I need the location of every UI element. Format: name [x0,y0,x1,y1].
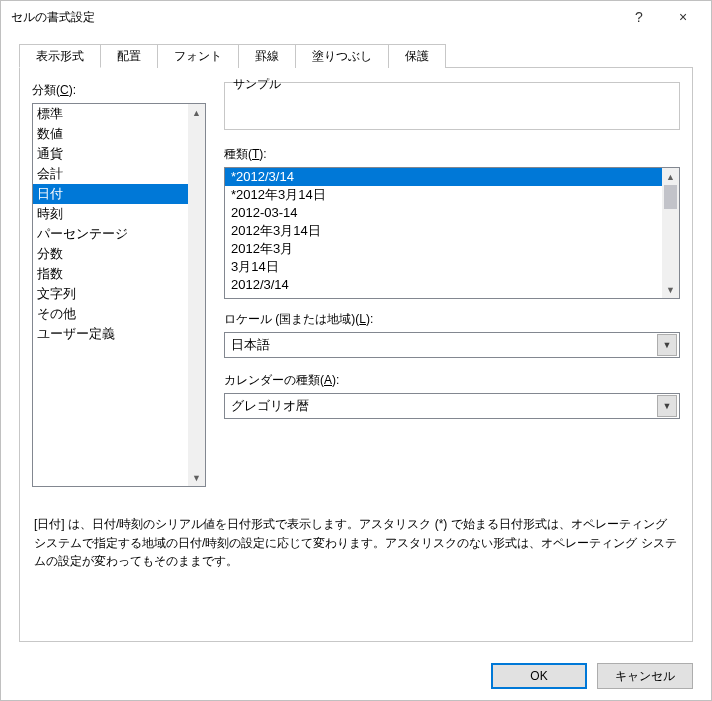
scrollbar[interactable]: ▲ ▼ [662,168,679,298]
list-item[interactable]: 2012-03-14 [225,204,662,222]
item-text: ユーザー定義 [37,326,115,341]
help-button[interactable]: ? [617,3,661,31]
list-item[interactable]: 時刻 [33,204,188,224]
list-item[interactable]: 2012/3/14 [225,276,662,294]
label-text: 分類( [32,83,60,97]
details-column: サンプル 種類(T): *2012/3/14 *2012年3月14日 2012-… [224,82,680,487]
item-text: *2012/3/14 [231,169,294,184]
item-text: 通貨 [37,146,63,161]
list-item[interactable]: *2012年3月14日 [225,186,662,204]
dialog-body: 表示形式 配置 フォント 罫線 塗りつぶし 保護 分類(C): 標準 数値 通貨 [1,33,711,652]
chevron-down-icon[interactable]: ▼ [657,334,677,356]
item-text: 時刻 [37,206,63,221]
tab-panel: 分類(C): 標準 数値 通貨 会計 日付 時刻 パーセンテージ 分数 指数 [19,67,693,642]
tab-protect[interactable]: 保護 [388,44,446,68]
item-text: 会計 [37,166,63,181]
type-label: 種類(T): [224,146,680,163]
list-item[interactable]: 通貨 [33,144,188,164]
label-text: ): [366,312,373,326]
tab-fill[interactable]: 塗りつぶし [295,44,389,68]
dialog-footer: OK キャンセル [1,652,711,700]
tab-label: 表示形式 [36,48,84,65]
calendar-select[interactable]: グレゴリオ暦 ▼ [224,393,680,419]
item-text: 標準 [37,106,63,121]
accel-key: A [324,373,332,387]
tab-strip: 表示形式 配置 フォント 罫線 塗りつぶし 保護 [19,44,693,68]
scroll-down-icon[interactable]: ▼ [662,281,679,298]
item-text: 数値 [37,126,63,141]
item-text: 2012-03-14 [231,205,298,220]
sample-box: サンプル [224,82,680,130]
type-items: *2012/3/14 *2012年3月14日 2012-03-14 2012年3… [225,168,662,298]
close-button[interactable]: × [661,3,705,31]
category-column: 分類(C): 標準 数値 通貨 会計 日付 時刻 パーセンテージ 分数 指数 [32,82,206,487]
item-text: 分数 [37,246,63,261]
locale-label: ロケール (国または地域)(L): [224,311,680,328]
item-text: 2012/3/14 [231,277,289,292]
label-text: ): [69,83,76,97]
close-icon: × [679,9,687,25]
type-listbox[interactable]: *2012/3/14 *2012年3月14日 2012-03-14 2012年3… [224,167,680,299]
list-item[interactable]: 会計 [33,164,188,184]
item-text: 2012年3月 [231,241,293,256]
label-text: カレンダーの種類( [224,373,324,387]
titlebar: セルの書式設定 ? × [1,1,711,33]
item-text: パーセンテージ [37,226,128,241]
category-items: 標準 数値 通貨 会計 日付 時刻 パーセンテージ 分数 指数 文字列 その他 … [33,104,188,486]
tab-label: 罫線 [255,48,279,65]
category-listbox[interactable]: 標準 数値 通貨 会計 日付 時刻 パーセンテージ 分数 指数 文字列 その他 … [32,103,206,487]
list-item[interactable]: 2012年3月14日 [225,222,662,240]
scroll-down-icon[interactable]: ▼ [188,469,205,486]
help-icon: ? [635,9,643,25]
list-item[interactable]: *2012/3/14 [225,168,662,186]
chevron-down-icon[interactable]: ▼ [657,395,677,417]
category-label: 分類(C): [32,82,206,99]
list-item[interactable]: 数値 [33,124,188,144]
main-row: 分類(C): 標準 数値 通貨 会計 日付 時刻 パーセンテージ 分数 指数 [32,82,680,487]
tab-border[interactable]: 罫線 [238,44,296,68]
list-item[interactable]: ユーザー定義 [33,324,188,344]
window-title: セルの書式設定 [11,9,617,26]
button-label: OK [530,669,547,683]
list-item[interactable]: 標準 [33,104,188,124]
label-text: ): [332,373,339,387]
cancel-button[interactable]: キャンセル [597,663,693,689]
tab-label: 塗りつぶし [312,48,372,65]
scroll-up-icon[interactable]: ▲ [188,104,205,121]
item-text: 2012年3月14日 [231,223,321,238]
item-text: 日付 [37,186,63,201]
list-item[interactable]: 分数 [33,244,188,264]
list-item[interactable]: 指数 [33,264,188,284]
list-item[interactable]: 2012年3月 [225,240,662,258]
item-text: 指数 [37,266,63,281]
sample-label: サンプル [233,76,671,93]
item-text: その他 [37,306,76,321]
tab-align[interactable]: 配置 [100,44,158,68]
tab-label: 配置 [117,48,141,65]
item-text: 3月14日 [231,259,279,274]
scroll-up-icon[interactable]: ▲ [662,168,679,185]
select-value: 日本語 [231,336,657,354]
tab-label: フォント [174,48,222,65]
item-text: *2012年3月14日 [231,187,326,202]
scrollbar[interactable]: ▲ ▼ [188,104,205,486]
description-text: [日付] は、日付/時刻のシリアル値を日付形式で表示します。アスタリスク (*)… [32,515,680,571]
label-text: ロケール (国または地域)( [224,312,359,326]
list-item[interactable]: その他 [33,304,188,324]
list-item[interactable]: パーセンテージ [33,224,188,244]
list-item[interactable]: 文字列 [33,284,188,304]
tab-font[interactable]: フォント [157,44,239,68]
tab-label: 保護 [405,48,429,65]
item-text: 文字列 [37,286,76,301]
scroll-track [662,209,679,281]
button-label: キャンセル [615,668,675,685]
scroll-thumb[interactable] [664,185,677,209]
ok-button[interactable]: OK [491,663,587,689]
list-item[interactable]: 日付 [33,184,188,204]
tab-display-format[interactable]: 表示形式 [19,44,101,68]
list-item[interactable]: 3月14日 [225,258,662,276]
select-value: グレゴリオ暦 [231,397,657,415]
locale-select[interactable]: 日本語 ▼ [224,332,680,358]
accel-key: L [359,312,366,326]
format-cells-dialog: セルの書式設定 ? × 表示形式 配置 フォント 罫線 塗りつぶし 保護 分類(… [0,0,712,701]
